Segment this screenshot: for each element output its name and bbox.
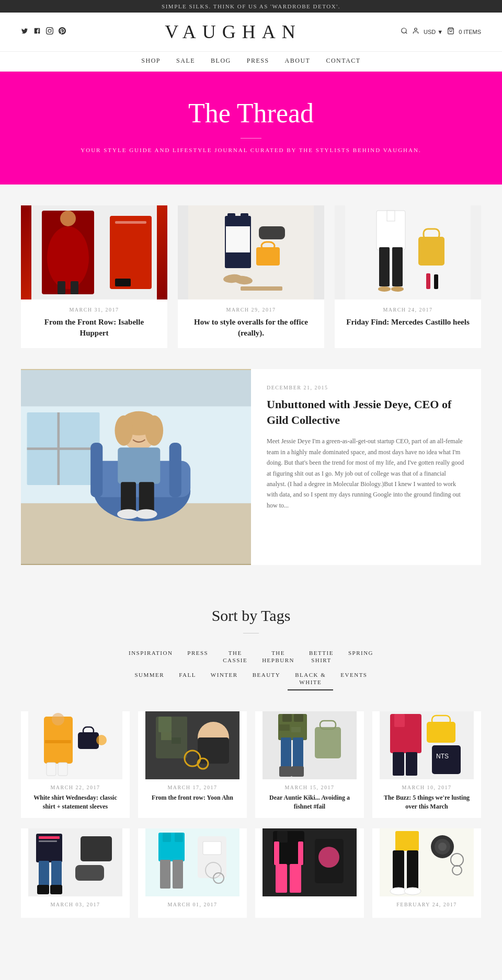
- svg-rect-125: [395, 831, 419, 851]
- thread-divider: [241, 138, 261, 139]
- small-card-date-0: MARCH 22, 2017: [27, 785, 123, 790]
- svg-rect-64: [158, 717, 172, 732]
- tag-summer[interactable]: SUMMER: [127, 668, 172, 690]
- currency-selector[interactable]: USD ▼: [424, 29, 443, 35]
- tag-fall[interactable]: FALL: [172, 668, 203, 690]
- tag-bettie-shirt[interactable]: BETTIESHIRT: [302, 646, 341, 668]
- small-card-date-1: MARCH 17, 2017: [144, 785, 241, 790]
- tag-spring[interactable]: SPRING: [341, 646, 381, 668]
- tags-row-1: INSPIRATION PRESS THECASSIE THEHEPBURN B…: [10, 646, 492, 668]
- nav-about[interactable]: ABOUT: [285, 57, 311, 65]
- svg-rect-33: [434, 274, 438, 289]
- svg-point-123: [318, 847, 339, 868]
- facebook-link[interactable]: [33, 27, 41, 37]
- article-card-0[interactable]: MARCH 31, 2017 From the Front Row: Isabe…: [21, 205, 167, 348]
- svg-rect-50: [139, 482, 154, 512]
- svg-rect-8: [71, 281, 78, 294]
- svg-rect-91: [406, 752, 417, 776]
- svg-rect-77: [291, 727, 301, 732]
- svg-rect-101: [50, 885, 62, 894]
- svg-rect-116: [277, 831, 288, 843]
- svg-rect-80: [279, 766, 292, 777]
- article-title-2: Friday Find: Mercedes Castillo heels: [343, 317, 473, 328]
- tag-hepburn[interactable]: THEHEPBURN: [255, 646, 302, 668]
- svg-rect-23: [345, 205, 471, 299]
- svg-point-132: [438, 843, 447, 851]
- tag-beauty[interactable]: BEAUTY: [245, 668, 288, 690]
- svg-rect-43: [169, 443, 181, 497]
- account-icon[interactable]: [412, 27, 419, 37]
- tag-events[interactable]: EVENTS: [333, 668, 374, 690]
- small-card-0[interactable]: MARCH 22, 2017 White shirt Wednesday: cl…: [21, 711, 130, 818]
- tags-row-2: SUMMER FALL WINTER BEAUTY BLACK &WHITE E…: [10, 668, 492, 690]
- svg-rect-109: [173, 860, 183, 889]
- cart-icon[interactable]: [447, 27, 454, 37]
- nav-press[interactable]: PRESS: [247, 57, 269, 65]
- svg-point-6: [47, 226, 89, 289]
- top-banner: SIMPLE SILKS. THINK OF US AS 'WARDROBE D…: [0, 0, 502, 13]
- instagram-link[interactable]: [46, 27, 53, 37]
- svg-rect-119: [298, 841, 303, 865]
- svg-rect-10: [115, 221, 146, 224]
- svg-rect-86: [394, 714, 405, 727]
- nav-shop[interactable]: SHOP: [141, 57, 161, 65]
- search-icon[interactable]: [401, 27, 408, 37]
- small-card-3[interactable]: NTS MARCH 10, 2017 The Buzz: 5 things we…: [372, 711, 481, 818]
- article-date-1: MARCH 29, 2017: [186, 307, 316, 313]
- bottom-grid-inner: MARCH 03, 2017: [21, 828, 481, 918]
- svg-rect-39: [27, 447, 100, 450]
- svg-rect-126: [393, 850, 404, 890]
- tag-winter[interactable]: WINTER: [203, 668, 245, 690]
- thread-subtitle: YOUR STYLE GUIDE AND LIFESTYLE JOURNAL C…: [10, 147, 492, 153]
- svg-rect-79: [293, 737, 303, 769]
- large-feature-date: DECEMBER 21, 2015: [267, 385, 465, 390]
- nav-blog[interactable]: BLOG: [211, 57, 231, 65]
- tag-press[interactable]: PRESS: [180, 646, 215, 668]
- bottom-card-date-0: MARCH 03, 2017: [27, 902, 123, 907]
- svg-point-28: [378, 286, 391, 292]
- featured-grid: MARCH 31, 2017 From the Front Row: Isabe…: [21, 205, 481, 348]
- svg-point-0: [402, 28, 406, 33]
- svg-point-29: [391, 286, 404, 292]
- svg-rect-100: [37, 885, 49, 894]
- article-card-1[interactable]: MARCH 29, 2017 How to style overalls for…: [178, 205, 324, 348]
- small-card-title-3: The Buzz: 5 things we're lusting over th…: [379, 793, 475, 811]
- svg-rect-67: [172, 737, 181, 744]
- bottom-card-3[interactable]: FEBRUARY 24, 2017: [372, 828, 481, 918]
- svg-rect-74: [282, 714, 292, 722]
- svg-rect-25: [387, 211, 395, 221]
- pinterest-link[interactable]: [59, 27, 66, 37]
- tag-inspiration[interactable]: INSPIRATION: [121, 646, 180, 668]
- svg-rect-11: [115, 279, 131, 286]
- svg-rect-49: [121, 482, 136, 512]
- thread-banner: The Thread YOUR STYLE GUIDE AND LIFESTYL…: [0, 72, 502, 185]
- bottom-card-0[interactable]: MARCH 03, 2017: [21, 828, 130, 918]
- small-card-title-0: White shirt Wednesday: classic shirt + s…: [27, 793, 123, 811]
- small-card-1[interactable]: MARCH 17, 2017 From the front row: Yoon …: [138, 711, 247, 818]
- site-logo[interactable]: VAUGHAN: [66, 21, 401, 43]
- tags-title: Sort by Tags: [10, 607, 492, 625]
- nav-contact[interactable]: CONTACT: [326, 57, 360, 65]
- twitter-link[interactable]: [21, 27, 28, 37]
- svg-rect-117: [290, 831, 300, 843]
- articles-grid: MARCH 22, 2017 White shirt Wednesday: cl…: [0, 701, 502, 829]
- svg-rect-22: [241, 286, 282, 291]
- small-card-2[interactable]: MARCH 15, 2017 Dear Auntie Kiki... Avoid…: [255, 711, 364, 818]
- tag-black-white[interactable]: BLACK &WHITE: [288, 668, 333, 690]
- svg-rect-9: [110, 216, 152, 289]
- bottom-card-2[interactable]: [255, 828, 364, 918]
- large-feature-content: DECEMBER 21, 2015 Unbuttoned with Jessie…: [251, 369, 481, 565]
- svg-point-52: [135, 509, 157, 519]
- bottom-card-1[interactable]: MARCH 01, 2017: [138, 828, 247, 918]
- svg-point-1: [415, 28, 417, 31]
- svg-point-46: [115, 416, 133, 446]
- svg-rect-53: [28, 711, 122, 779]
- thread-title: The Thread: [10, 98, 492, 129]
- tags-divider: [243, 633, 259, 633]
- tag-cassie[interactable]: THECASSIE: [215, 646, 255, 668]
- svg-rect-32: [426, 273, 430, 289]
- article-card-2[interactable]: MARCH 24, 2017 Friday Find: Mercedes Cas…: [335, 205, 481, 348]
- nav-sale[interactable]: SALE: [176, 57, 195, 65]
- svg-rect-59: [47, 763, 56, 776]
- svg-rect-108: [160, 860, 170, 889]
